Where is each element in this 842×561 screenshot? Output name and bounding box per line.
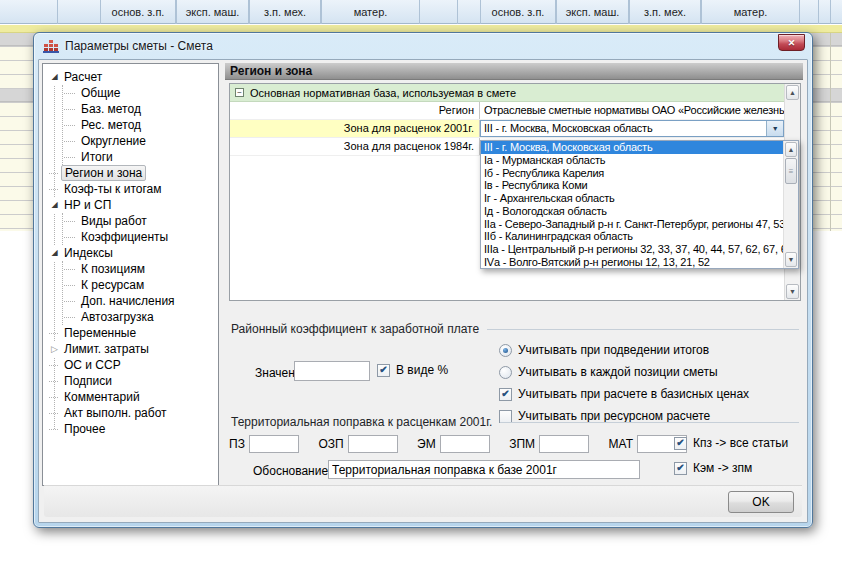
scroll-down-icon[interactable]: ▼: [786, 284, 799, 299]
checkbox-label: Кпз -> все статьи: [693, 436, 788, 450]
scroll-down-icon[interactable]: ▼: [785, 252, 797, 267]
tree-line: [49, 381, 58, 382]
kem-checkbox-row[interactable]: ✔ Кэм -> зпм: [674, 461, 752, 475]
tree-item-baz-metod[interactable]: Баз. метод: [63, 101, 218, 117]
field-label: ПЗ: [229, 437, 245, 451]
tree-item-okruglenie[interactable]: Округление: [63, 133, 218, 149]
tree-item-obschie[interactable]: Общие: [63, 85, 218, 101]
district-coefficient-group-title: Районный коэффициент к заработной плате: [231, 322, 799, 336]
column-header: эксп. маш.: [176, 0, 249, 24]
thumb-grip-icon: ≡: [789, 167, 794, 176]
column-header: основ. з.п.: [480, 0, 556, 24]
table-row-zone-2001[interactable]: Зона для расценок 2001г. III - г. Москва…: [230, 120, 784, 138]
pz-input[interactable]: [249, 435, 299, 453]
check-icon: ✔: [379, 365, 387, 375]
tree-item-os-i-ssr[interactable]: ОС и ССР: [43, 357, 218, 373]
dropdown-item[interactable]: Iд - Вологодская область: [481, 205, 783, 218]
dialog-titlebar[interactable]: Параметры сметы - Смета ✕: [34, 33, 812, 59]
dropdown-item[interactable]: Iг - Архангельская область: [481, 192, 783, 205]
tree-line: [64, 141, 75, 142]
option-radio-totals[interactable]: Учитывать при подведении итогов: [499, 343, 709, 357]
grid-line: [830, 0, 831, 24]
region-zone-panel: Регион и зона − Основная нормативная баз…: [225, 63, 803, 486]
tree-item-limit-zatraty[interactable]: ▷Лимит. затраты: [43, 341, 218, 357]
check-icon: ✔: [676, 438, 684, 448]
tree-item-vidy-rabot[interactable]: Виды работ: [63, 213, 218, 229]
zpm-input[interactable]: [539, 435, 589, 453]
expanded-icon[interactable]: ◢: [48, 245, 61, 261]
justification-input[interactable]: [328, 460, 640, 479]
dropdown-item[interactable]: IVа - Волго-Вятский р-н регионы 12, 13, …: [481, 255, 783, 268]
radio-button[interactable]: [499, 366, 512, 379]
expanded-icon[interactable]: ◢: [48, 197, 61, 213]
kem-checkbox[interactable]: ✔: [674, 462, 687, 475]
checkbox[interactable]: ✔: [499, 388, 512, 401]
dropdown-item[interactable]: Iа - Мурманская область: [481, 154, 783, 167]
em-input[interactable]: [440, 435, 490, 453]
option-check-basis-prices[interactable]: ✔ Учитывать при расчете в базисных ценах: [499, 387, 749, 401]
tree-item-nr-i-sp[interactable]: ◢НР и СП: [43, 197, 218, 213]
app-icon: [43, 38, 59, 54]
close-button[interactable]: ✕: [778, 34, 805, 51]
tree-item-region-i-zona[interactable]: Регион и зона: [43, 165, 218, 181]
scrollbar-thumb[interactable]: ≡: [785, 158, 797, 184]
ozp-input[interactable]: [348, 435, 398, 453]
column-header: эксп. маш.: [556, 0, 629, 24]
tree-item-podpisi[interactable]: Подписи: [43, 373, 218, 389]
radio-button[interactable]: [499, 344, 512, 357]
kpz-checkbox[interactable]: ✔: [674, 437, 687, 450]
table-row-region[interactable]: Регион Отраслевые сметные нормативы ОАО …: [230, 102, 784, 120]
panel-caption: Регион и зона: [225, 63, 803, 80]
tree-line: [64, 157, 75, 158]
tree-line: [49, 189, 58, 190]
dropdown-item[interactable]: IIб - Калининградская область: [481, 230, 783, 243]
dropdown-item[interactable]: IIа - Северо-Западный р-н г. Санкт-Петер…: [481, 217, 783, 230]
tree-item-k-resursam[interactable]: К ресурсам: [63, 277, 218, 293]
tree-line: [64, 237, 75, 238]
tree-item-res-metod[interactable]: Рес. метод: [63, 117, 218, 133]
tree-item-akt-vypoln-rabot[interactable]: Акт выполн. работ: [43, 405, 218, 421]
column-header: основ. з.п.: [100, 0, 176, 24]
screen: основ. з.п. эксп. маш. з.п. мех. матер. …: [0, 0, 842, 561]
dropdown-scrollbar[interactable]: ▲ ≡ ▼: [783, 141, 798, 268]
tree-line: [49, 173, 58, 174]
percent-checkbox[interactable]: ✔: [377, 364, 390, 377]
tree-item-kommentarij[interactable]: Комментарий: [43, 389, 218, 405]
scroll-up-icon[interactable]: ▲: [786, 85, 799, 100]
row-label: Зона для расценок 2001г.: [230, 120, 480, 137]
dropdown-item[interactable]: Iв - Республика Коми: [481, 179, 783, 192]
kpz-checkbox-row[interactable]: ✔ Кпз -> все статьи: [674, 436, 788, 450]
tree-item-koefficienty[interactable]: Коэффициенты: [63, 229, 218, 245]
collapse-icon[interactable]: −: [235, 88, 244, 97]
expanded-icon[interactable]: ◢: [48, 69, 61, 85]
value-input[interactable]: [294, 361, 370, 381]
grid-line: [457, 0, 458, 24]
dropdown-item[interactable]: IIIа - Центральный р-н регионы 32, 33, 3…: [481, 243, 783, 256]
collapsed-icon[interactable]: ▷: [48, 341, 61, 357]
table-group-row[interactable]: − Основная нормативная база, используема…: [230, 84, 784, 102]
tree-item-indeksy[interactable]: ◢Индексы: [43, 245, 218, 261]
tree-item-peremennye[interactable]: Переменные: [43, 325, 218, 341]
check-icon: ✔: [676, 463, 684, 473]
scroll-up-icon[interactable]: ▲: [785, 142, 797, 157]
zone-2001-combobox[interactable]: III - г. Москва, Московская область ▼: [480, 120, 784, 137]
dropdown-item[interactable]: Iб - Республика Карелия: [481, 166, 783, 179]
tree-item-avtozagruzka[interactable]: Автозагрузка: [63, 309, 218, 325]
tree-item-k-poziciyam[interactable]: К позициям: [63, 261, 218, 277]
tree-line: [64, 93, 75, 94]
tree-item-prochee[interactable]: Прочее: [43, 421, 218, 437]
dropdown-button[interactable]: ▼: [766, 121, 783, 136]
ok-button[interactable]: OK: [728, 491, 794, 513]
dropdown-item[interactable]: III - г. Москва, Московская область: [481, 141, 783, 154]
tree-item-koef-k-itogam[interactable]: Коэф-ты к итогам: [43, 181, 218, 197]
tree-item-dop-nachisleniya[interactable]: Доп. начисления: [63, 293, 218, 309]
estimate-parameters-dialog: Параметры сметы - Смета ✕ ◢ Расчет Общие…: [33, 32, 813, 528]
tree-line: [64, 125, 75, 126]
tree-item-itogi[interactable]: Итоги: [63, 149, 218, 165]
tree-item-raschet[interactable]: ◢ Расчет: [43, 69, 218, 85]
check-icon: ✔: [501, 389, 509, 399]
radio-label: Учитывать в каждой позиции сметы: [518, 365, 718, 379]
row-value[interactable]: Отраслевые сметные нормативы ОАО «Россий…: [480, 102, 784, 119]
option-radio-each-position[interactable]: Учитывать в каждой позиции сметы: [499, 365, 718, 379]
percent-checkbox-row[interactable]: ✔ В виде %: [377, 363, 448, 377]
